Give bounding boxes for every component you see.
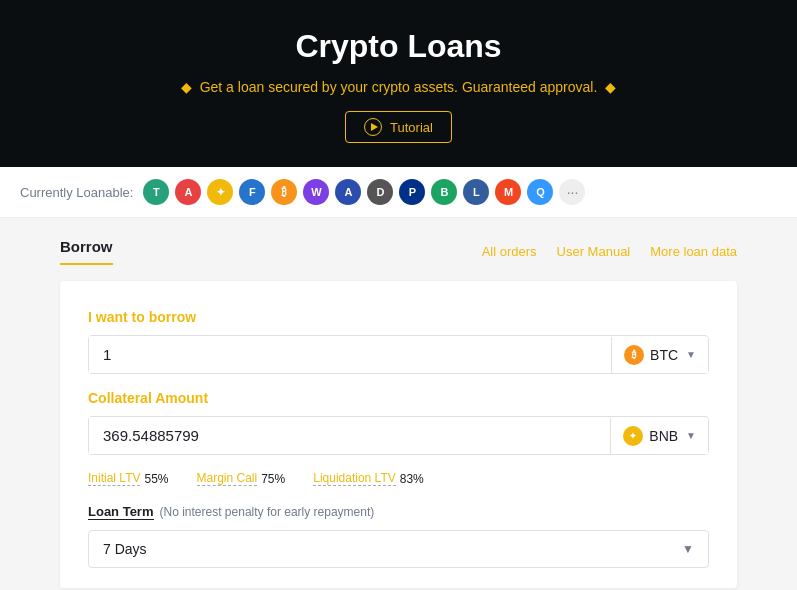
collateral-coin-chevron: ▼ (686, 430, 696, 441)
loan-term-select[interactable]: 7 Days ▼ (88, 530, 709, 568)
loanable-label: Currently Loanable: (20, 185, 133, 200)
initial-ltv-label: Initial LTV (88, 471, 140, 486)
borrow-coin-label: BTC (650, 347, 678, 363)
borrow-amount-row: ₿ BTC ▼ (88, 335, 709, 374)
tabs-right: All orders User Manual More loan data (482, 244, 737, 259)
collateral-coin-select[interactable]: ✦ BNB ▼ (611, 418, 708, 454)
coin-icon-doge[interactable]: D (367, 179, 393, 205)
coin-icon-wrx[interactable]: W (303, 179, 329, 205)
tab-borrow[interactable]: Borrow (60, 238, 113, 265)
coin-icon-bnb[interactable]: ✦ (207, 179, 233, 205)
loanable-bar: Currently Loanable: T A ✦ F ₿ W A D P B … (0, 167, 797, 218)
page-title: Crypto Loans (20, 28, 777, 65)
borrow-amount-input[interactable] (89, 336, 611, 373)
initial-ltv: Initial LTV 55% (88, 471, 169, 486)
coin-icon-usdt[interactable]: T (143, 179, 169, 205)
diamond-left-icon: ◆ (181, 79, 192, 95)
collateral-label: Collateral Amount (88, 390, 709, 406)
loan-term-label-row: Loan Term (No interest penalty for early… (88, 504, 709, 520)
want-borrow-label: I want to borrow (88, 309, 709, 325)
borrow-card: I want to borrow ₿ BTC ▼ Collateral Amou… (60, 281, 737, 588)
tutorial-label: Tutorial (390, 120, 433, 135)
collateral-label-text: Collateral Amount (88, 390, 208, 406)
initial-ltv-value: 55% (144, 472, 168, 486)
collateral-amount-input[interactable] (89, 417, 610, 454)
margin-call-value: 75% (261, 472, 285, 486)
play-icon (364, 118, 382, 136)
play-triangle (371, 123, 378, 131)
tab-link-user-manual[interactable]: User Manual (557, 244, 631, 259)
coin-icons-list: T A ✦ F ₿ W A D P B L M Q ··· (143, 179, 585, 205)
coin-icon-xmr[interactable]: M (495, 179, 521, 205)
coin-icon-btc[interactable]: ₿ (271, 179, 297, 205)
tab-link-more-loan-data[interactable]: More loan data (650, 244, 737, 259)
borrow-coin-chevron: ▼ (686, 349, 696, 360)
tab-link-all-orders[interactable]: All orders (482, 244, 537, 259)
liquidation-ltv-label: Liquidation LTV (313, 471, 396, 486)
collateral-coin-label: BNB (649, 428, 678, 444)
tabs-container: Borrow All orders User Manual More loan … (60, 238, 737, 265)
margin-call-label: Margin Call (197, 471, 258, 486)
coin-icon-qtum[interactable]: Q (527, 179, 553, 205)
coin-icon-bat[interactable]: B (431, 179, 457, 205)
coin-icon-aave[interactable]: A (335, 179, 361, 205)
want-borrow-text: I want to borrow (88, 309, 196, 325)
tabs-left: Borrow (60, 238, 113, 265)
ltv-row: Initial LTV 55% Margin Call 75% Liquidat… (88, 471, 709, 486)
liquidation-ltv: Liquidation LTV 83% (313, 471, 424, 486)
collateral-coin-icon: ✦ (623, 426, 643, 446)
loan-term-note: (No interest penalty for early repayment… (160, 505, 375, 519)
coin-icon-link[interactable]: L (463, 179, 489, 205)
liquidation-ltv-value: 83% (400, 472, 424, 486)
main-content: Borrow All orders User Manual More loan … (0, 218, 797, 590)
borrow-coin-select[interactable]: ₿ BTC ▼ (612, 337, 708, 373)
borrow-coin-icon: ₿ (624, 345, 644, 365)
tutorial-button[interactable]: Tutorial (345, 111, 452, 143)
subtitle-text: Get a loan secured by your crypto assets… (200, 79, 598, 95)
coin-icon-ftt[interactable]: F (239, 179, 265, 205)
loan-term-link[interactable]: Loan Term (88, 504, 154, 520)
loan-term-value: 7 Days (103, 541, 147, 557)
diamond-right-icon: ◆ (605, 79, 616, 95)
header: Crypto Loans ◆ Get a loan secured by you… (0, 0, 797, 167)
coin-more-button[interactable]: ··· (559, 179, 585, 205)
loan-term-chevron: ▼ (682, 542, 694, 556)
subtitle: ◆ Get a loan secured by your crypto asse… (20, 79, 777, 95)
coin-icon-pax[interactable]: P (399, 179, 425, 205)
collateral-amount-row: ✦ BNB ▼ (88, 416, 709, 455)
margin-call: Margin Call 75% (197, 471, 286, 486)
coin-icon-ada[interactable]: A (175, 179, 201, 205)
